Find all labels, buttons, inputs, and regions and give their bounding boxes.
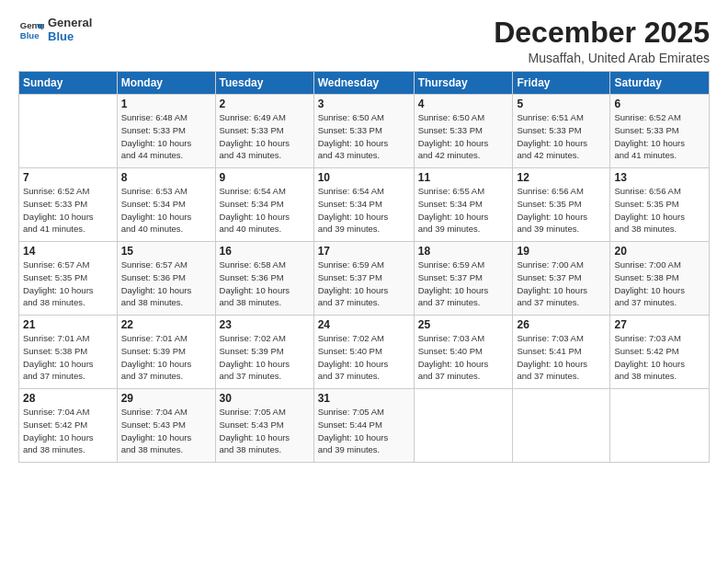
calendar-cell: 10Sunrise: 6:54 AMSunset: 5:34 PMDayligh… xyxy=(313,168,414,242)
day-info: Sunrise: 6:58 AMSunset: 5:36 PMDaylight:… xyxy=(220,259,310,309)
day-number: 13 xyxy=(614,171,705,184)
day-info: Sunrise: 6:51 AMSunset: 5:33 PMDaylight:… xyxy=(517,111,606,162)
day-info: Sunrise: 6:59 AMSunset: 5:37 PMDaylight:… xyxy=(318,259,410,309)
logo-icon: General Blue xyxy=(18,17,44,43)
day-number: 5 xyxy=(517,98,606,110)
day-header-sunday: Sunday xyxy=(19,72,118,95)
day-info: Sunrise: 6:52 AMSunset: 5:33 PMDaylight:… xyxy=(23,185,113,236)
day-header-monday: Monday xyxy=(117,72,215,95)
week-row-4: 21Sunrise: 7:01 AMSunset: 5:38 PMDayligh… xyxy=(19,316,710,389)
page: General Blue General Blue December 2025 … xyxy=(0,0,728,563)
day-number: 2 xyxy=(220,98,310,110)
calendar-cell: 26Sunrise: 7:03 AMSunset: 5:41 PMDayligh… xyxy=(513,316,610,389)
logo-line2: Blue xyxy=(48,30,92,44)
day-number: 19 xyxy=(517,245,606,258)
day-info: Sunrise: 7:05 AMSunset: 5:44 PMDaylight:… xyxy=(318,406,410,456)
day-info: Sunrise: 6:57 AMSunset: 5:35 PMDaylight:… xyxy=(23,259,113,309)
day-number: 7 xyxy=(23,171,113,184)
calendar-cell xyxy=(414,389,513,463)
day-number: 26 xyxy=(517,318,606,331)
day-number: 16 xyxy=(220,245,310,258)
day-info: Sunrise: 7:04 AMSunset: 5:42 PMDaylight:… xyxy=(23,406,113,456)
day-info: Sunrise: 6:49 AMSunset: 5:33 PMDaylight:… xyxy=(220,111,310,162)
day-info: Sunrise: 6:50 AMSunset: 5:33 PMDaylight:… xyxy=(318,111,410,162)
week-row-3: 14Sunrise: 6:57 AMSunset: 5:35 PMDayligh… xyxy=(19,242,710,316)
day-info: Sunrise: 6:54 AMSunset: 5:34 PMDaylight:… xyxy=(318,185,410,236)
calendar-cell: 6Sunrise: 6:52 AMSunset: 5:33 PMDaylight… xyxy=(610,95,710,168)
day-number: 9 xyxy=(220,171,310,184)
day-header-thursday: Thursday xyxy=(414,72,513,95)
day-info: Sunrise: 7:02 AMSunset: 5:39 PMDaylight:… xyxy=(220,332,310,383)
calendar-cell: 28Sunrise: 7:04 AMSunset: 5:42 PMDayligh… xyxy=(19,389,118,463)
day-info: Sunrise: 7:02 AMSunset: 5:40 PMDaylight:… xyxy=(318,332,410,383)
day-number: 25 xyxy=(418,318,509,331)
day-info: Sunrise: 6:57 AMSunset: 5:36 PMDaylight:… xyxy=(121,259,211,309)
calendar-cell: 12Sunrise: 6:56 AMSunset: 5:35 PMDayligh… xyxy=(513,168,610,242)
calendar-cell: 14Sunrise: 6:57 AMSunset: 5:35 PMDayligh… xyxy=(19,242,118,316)
days-header-row: SundayMondayTuesdayWednesdayThursdayFrid… xyxy=(19,72,710,95)
calendar-cell: 15Sunrise: 6:57 AMSunset: 5:36 PMDayligh… xyxy=(117,242,215,316)
day-info: Sunrise: 7:00 AMSunset: 5:38 PMDaylight:… xyxy=(614,259,705,309)
calendar-cell: 8Sunrise: 6:53 AMSunset: 5:34 PMDaylight… xyxy=(117,168,215,242)
calendar-cell: 18Sunrise: 6:59 AMSunset: 5:37 PMDayligh… xyxy=(414,242,513,316)
day-number: 17 xyxy=(318,245,410,258)
calendar-cell: 9Sunrise: 6:54 AMSunset: 5:34 PMDaylight… xyxy=(215,168,313,242)
calendar-cell: 11Sunrise: 6:55 AMSunset: 5:34 PMDayligh… xyxy=(414,168,513,242)
calendar-cell: 13Sunrise: 6:56 AMSunset: 5:35 PMDayligh… xyxy=(610,168,710,242)
calendar-cell: 31Sunrise: 7:05 AMSunset: 5:44 PMDayligh… xyxy=(313,389,414,463)
day-info: Sunrise: 6:53 AMSunset: 5:34 PMDaylight:… xyxy=(121,185,211,236)
day-number: 4 xyxy=(418,98,509,110)
day-number: 8 xyxy=(121,171,211,184)
day-number: 15 xyxy=(121,245,211,258)
logo: General Blue General Blue xyxy=(18,17,92,44)
day-info: Sunrise: 6:55 AMSunset: 5:34 PMDaylight:… xyxy=(418,185,509,236)
calendar-cell: 1Sunrise: 6:48 AMSunset: 5:33 PMDaylight… xyxy=(117,95,215,168)
calendar-cell: 21Sunrise: 7:01 AMSunset: 5:38 PMDayligh… xyxy=(19,316,118,389)
day-number: 18 xyxy=(418,245,509,258)
calendar-cell: 17Sunrise: 6:59 AMSunset: 5:37 PMDayligh… xyxy=(313,242,414,316)
calendar-cell: 22Sunrise: 7:01 AMSunset: 5:39 PMDayligh… xyxy=(117,316,215,389)
day-number: 14 xyxy=(23,245,113,258)
calendar-cell: 20Sunrise: 7:00 AMSunset: 5:38 PMDayligh… xyxy=(610,242,710,316)
calendar-cell: 7Sunrise: 6:52 AMSunset: 5:33 PMDaylight… xyxy=(19,168,118,242)
subtitle: Musaffah, United Arab Emirates xyxy=(494,51,710,65)
day-number: 29 xyxy=(121,392,211,405)
calendar-cell: 16Sunrise: 6:58 AMSunset: 5:36 PMDayligh… xyxy=(215,242,313,316)
week-row-5: 28Sunrise: 7:04 AMSunset: 5:42 PMDayligh… xyxy=(19,389,710,463)
day-info: Sunrise: 6:59 AMSunset: 5:37 PMDaylight:… xyxy=(418,259,509,309)
day-number: 20 xyxy=(614,245,705,258)
day-info: Sunrise: 7:00 AMSunset: 5:37 PMDaylight:… xyxy=(517,259,606,309)
day-info: Sunrise: 6:48 AMSunset: 5:33 PMDaylight:… xyxy=(121,111,211,162)
calendar-cell xyxy=(19,95,118,168)
svg-text:Blue: Blue xyxy=(20,30,40,40)
calendar-cell: 25Sunrise: 7:03 AMSunset: 5:40 PMDayligh… xyxy=(414,316,513,389)
day-header-wednesday: Wednesday xyxy=(313,72,414,95)
day-number: 11 xyxy=(418,171,509,184)
calendar-cell: 23Sunrise: 7:02 AMSunset: 5:39 PMDayligh… xyxy=(215,316,313,389)
calendar-cell xyxy=(610,389,710,463)
day-info: Sunrise: 7:01 AMSunset: 5:39 PMDaylight:… xyxy=(121,332,211,383)
calendar-cell: 30Sunrise: 7:05 AMSunset: 5:43 PMDayligh… xyxy=(215,389,313,463)
day-number: 31 xyxy=(318,392,410,405)
calendar-cell xyxy=(513,389,610,463)
day-number: 22 xyxy=(121,318,211,331)
day-info: Sunrise: 6:56 AMSunset: 5:35 PMDaylight:… xyxy=(614,185,705,236)
day-number: 10 xyxy=(318,171,410,184)
day-info: Sunrise: 7:01 AMSunset: 5:38 PMDaylight:… xyxy=(23,332,113,383)
week-row-2: 7Sunrise: 6:52 AMSunset: 5:33 PMDaylight… xyxy=(19,168,710,242)
calendar-cell: 4Sunrise: 6:50 AMSunset: 5:33 PMDaylight… xyxy=(414,95,513,168)
day-info: Sunrise: 7:04 AMSunset: 5:43 PMDaylight:… xyxy=(121,406,211,456)
week-row-1: 1Sunrise: 6:48 AMSunset: 5:33 PMDaylight… xyxy=(19,95,710,168)
day-info: Sunrise: 6:54 AMSunset: 5:34 PMDaylight:… xyxy=(220,185,310,236)
day-number: 28 xyxy=(23,392,113,405)
calendar-cell: 24Sunrise: 7:02 AMSunset: 5:40 PMDayligh… xyxy=(313,316,414,389)
day-number: 23 xyxy=(220,318,310,331)
logo-line1: General xyxy=(48,17,92,30)
header: General Blue General Blue December 2025 … xyxy=(18,17,710,65)
day-info: Sunrise: 7:05 AMSunset: 5:43 PMDaylight:… xyxy=(220,406,310,456)
day-number: 21 xyxy=(23,318,113,331)
day-info: Sunrise: 6:50 AMSunset: 5:33 PMDaylight:… xyxy=(418,111,509,162)
day-header-friday: Friday xyxy=(513,72,610,95)
day-number: 30 xyxy=(220,392,310,405)
day-number: 24 xyxy=(318,318,410,331)
